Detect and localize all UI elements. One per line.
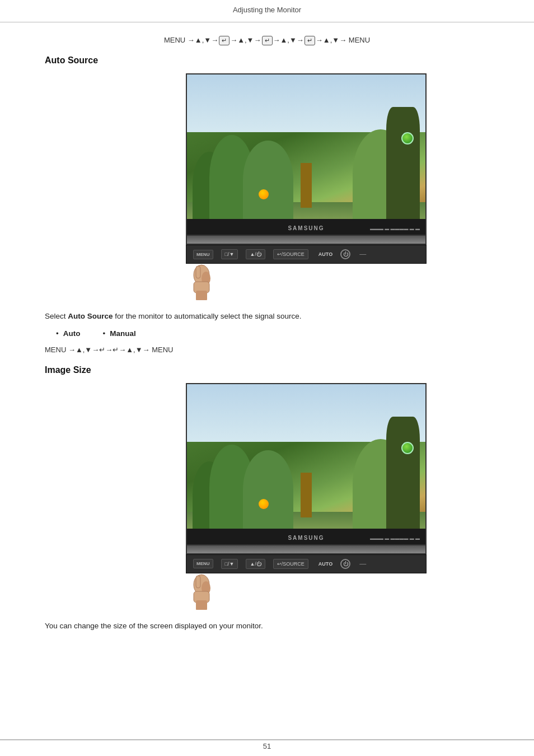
image-size-title: Image Size bbox=[45, 365, 489, 375]
svg-rect-1 bbox=[196, 266, 200, 278]
svg-rect-9 bbox=[196, 600, 207, 610]
hand-container-2 bbox=[186, 573, 427, 610]
monitor-screen-2: SAMSUNG ▬▬▬ ▬ ▬▬▬▬ ▬ ▬ bbox=[186, 383, 427, 545]
minus-2: — bbox=[359, 560, 366, 568]
minus-1: — bbox=[359, 250, 366, 258]
monitor-controls-bar-1: ▬▬▬ ▬ ▬▬▬▬ ▬ ▬ bbox=[370, 226, 420, 231]
control-panel-2: MENU □/▼ ▲/⏻ ↩/SOURCE AUTO ⏻ — bbox=[186, 554, 427, 573]
control-panel-1: MENU □/▼ ▲/⏻ ↩/SOURCE AUTO ⏻ — bbox=[186, 245, 427, 264]
power-button-2[interactable]: ⏻ bbox=[340, 559, 350, 569]
source-button-1[interactable]: ↩/SOURCE bbox=[273, 249, 308, 259]
svg-rect-4 bbox=[196, 291, 207, 300]
page-header: Adjusting the Monitor bbox=[0, 0, 534, 22]
source-button-2[interactable]: ↩/SOURCE bbox=[273, 559, 308, 569]
hand-container-1 bbox=[186, 264, 427, 300]
power-button-1[interactable]: ⏻ bbox=[340, 249, 350, 259]
auto-source-title: Auto Source bbox=[45, 55, 489, 66]
monitor-brand-2: SAMSUNG bbox=[288, 535, 324, 541]
up-button-1[interactable]: ▲/⏻ bbox=[246, 249, 265, 259]
option-manual: Manual bbox=[102, 329, 135, 338]
auto-source-monitor-image: SAMSUNG ▬▬▬ ▬ ▬▬▬▬ ▬ ▬ MENU □/▼ ▲/⏻ ↩/SO… bbox=[123, 73, 489, 300]
hand-illustration-1 bbox=[186, 264, 236, 300]
option-auto: Auto bbox=[56, 329, 80, 338]
page-title: Adjusting the Monitor bbox=[233, 6, 301, 14]
menu-path-full: MENU →▲,▼→↵→▲,▼→↵→▲,▼→↵→▲,▼→ MENU bbox=[45, 36, 489, 45]
auto-source-options: Auto Manual bbox=[56, 329, 489, 338]
auto-label-2: AUTO bbox=[318, 561, 332, 567]
menu-path-auto-source: MENU →▲,▼→↵→↵→▲,▼→ MENU bbox=[45, 346, 489, 354]
monitor-controls-bar-2: ▬▬▬ ▬ ▬▬▬▬ ▬ ▬ bbox=[370, 536, 420, 541]
down-button-2[interactable]: □/▼ bbox=[221, 559, 238, 569]
auto-source-description: Select Auto Source for the monitor to au… bbox=[45, 310, 489, 323]
bottom-border bbox=[0, 739, 534, 740]
hand-illustration-2 bbox=[186, 573, 236, 610]
menu-button-2[interactable]: MENU bbox=[193, 559, 213, 568]
page-footer: 51 bbox=[0, 742, 534, 750]
auto-label-1: AUTO bbox=[318, 251, 332, 257]
auto-source-bold: Auto Source bbox=[68, 312, 113, 320]
monitor-brand: SAMSUNG bbox=[288, 225, 324, 231]
image-size-description: You can change the size of the screen di… bbox=[45, 620, 489, 632]
svg-rect-6 bbox=[196, 576, 200, 588]
monitor-screen-1: SAMSUNG ▬▬▬ ▬ ▬▬▬▬ ▬ ▬ bbox=[186, 73, 427, 236]
page-number: 51 bbox=[263, 742, 271, 750]
image-size-monitor-image: SAMSUNG ▬▬▬ ▬ ▬▬▬▬ ▬ ▬ MENU □/▼ ▲/⏻ ↩/SO… bbox=[123, 383, 489, 610]
down-button-1[interactable]: □/▼ bbox=[221, 249, 238, 259]
menu-button-1[interactable]: MENU bbox=[193, 250, 213, 259]
up-button-2[interactable]: ▲/⏻ bbox=[246, 559, 265, 569]
